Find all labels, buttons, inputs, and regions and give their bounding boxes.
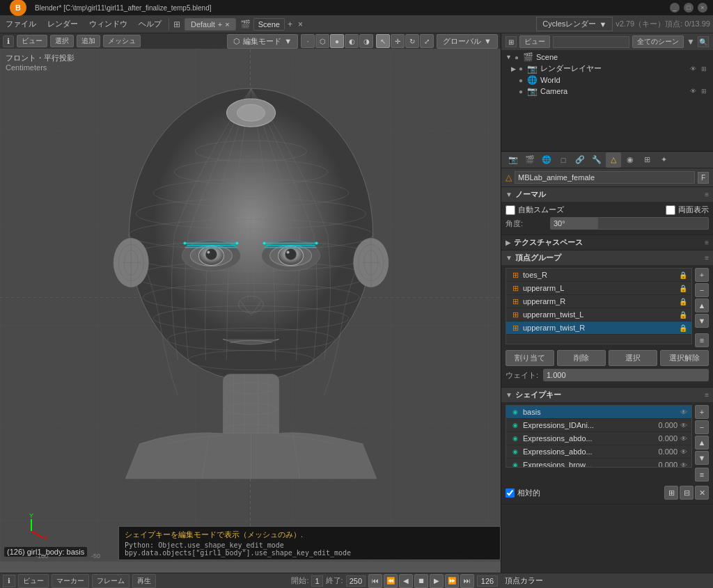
shape-tool-2[interactable]: ⊟ [680,486,694,500]
shape-up-btn[interactable]: ▲ [695,436,709,450]
texture-space-header[interactable]: ▶ テクスチャスペース ≡ [501,235,713,250]
outliner-dropdown-icon[interactable]: ▼ [687,37,695,47]
vgroup-delete-btn[interactable]: 削除 [557,350,606,366]
shape-extra-btn[interactable]: ≡ [695,468,709,482]
scene-selector[interactable]: Scene [253,18,285,31]
outliner-item-renderlayer[interactable]: ▶ ● 📷 レンダーレイヤー 👁 ⊞ [503,63,712,74]
normal-section-menu[interactable]: ≡ [705,191,709,198]
menu-item-window[interactable]: ウィンドウ [84,17,133,31]
viewport-select-btn[interactable]: 選択 [50,35,74,47]
shape-item-2[interactable]: ◉ Expressions_abdo... 0.000 👁 [506,432,691,445]
auto-smooth-checkbox[interactable] [506,205,515,215]
vgroup-remove-btn[interactable]: − [695,283,709,297]
vgroup-up-btn[interactable]: ▲ [695,299,709,312]
vgroup-select-btn[interactable]: 選択 [609,350,657,366]
timeline-marker-btn[interactable]: マーカー [52,574,89,588]
rotate-tool[interactable]: ↻ [405,34,419,48]
material-shading-btn[interactable]: ◐ [345,34,359,48]
shapekeys-menu[interactable]: ≡ [705,391,709,399]
shape-add-btn[interactable]: + [695,405,709,419]
shape-tool-3[interactable]: ✕ [695,486,709,500]
play-btn[interactable]: ▶ [430,574,444,588]
shape-eye-1[interactable]: 👁 [680,422,687,429]
vertex-group-list[interactable]: ⊞ toes_R 🔒 ⊞ upperarm_L 🔒 ⊞ [506,268,692,344]
play-start-btn[interactable]: ⏮ [368,574,382,588]
play-end-btn[interactable]: ⏭ [460,574,474,588]
viewport-mesh-btn[interactable]: メッシュ [103,35,141,47]
play-reverse-btn[interactable]: ◀ [399,574,413,588]
timeline-frame-btn[interactable]: フレーム [92,574,130,588]
shape-item-4[interactable]: ◉ Expressions_brow... 0.000 👁 [506,459,691,468]
outliner-search-input[interactable] [553,36,629,48]
render-shading-btn[interactable]: ◑ [359,34,373,48]
angle-slider[interactable]: 30° [550,217,709,230]
prop-data-icon[interactable]: △ [606,152,621,168]
outliner-item-camera[interactable]: ▶ ● 📷 Camera 👁 ⊞ [503,86,712,97]
wire-shading-btn[interactable]: ⬡ [315,34,329,48]
shape-key-list[interactable]: ◉ basis 👁 ◉ Expressions_IDAni... 0.000 👁 [506,405,692,468]
prop-scene-icon[interactable]: 🎬 [522,152,538,168]
two-side-checkbox[interactable] [666,205,675,215]
viewport[interactable]: ℹ ビュー 選択 追加 メッシュ ⬡ 編集モード ▼ · ⬡ ● ◐ ◑ ↖ [0,33,501,588]
start-frame-input[interactable]: 1 [311,575,322,587]
current-frame-input[interactable]: 126 [477,575,498,587]
renderlayer-vis-icon[interactable]: 👁 [688,64,698,74]
object-name-f-btn[interactable]: F [698,172,709,184]
camera-vis-icon[interactable]: 👁 [688,86,698,96]
texspace-menu[interactable]: ≡ [705,239,709,246]
vgroup-add-btn[interactable]: + [695,268,709,282]
vgroup-lock-3[interactable]: 🔒 [679,311,687,319]
outliner-search-btn[interactable]: 🔍 [698,36,709,47]
vgroup-lock-2[interactable]: 🔒 [679,298,687,305]
shape-eye-2[interactable]: 👁 [680,435,687,443]
menu-item-help[interactable]: ヘルプ [133,17,167,31]
close-button[interactable]: × [698,3,707,13]
outliner-all-scenes-btn[interactable]: 全てのシーン [632,35,684,48]
prop-modifier-icon[interactable]: 🔧 [589,152,604,168]
vertex-groups-header[interactable]: ▼ 頂点グループ ≡ [501,251,713,265]
shape-keys-header[interactable]: ▼ シェイプキー ≡ [501,388,713,402]
viewport-btn-info[interactable]: ℹ [3,35,14,47]
step-back-btn[interactable]: ⏪ [384,574,398,588]
vgroup-item-toes_r[interactable]: ⊞ toes_R 🔒 [506,269,691,282]
maximize-button[interactable]: □ [684,3,694,13]
cursor-tool[interactable]: ↖ [376,34,390,48]
shape-item-basis[interactable]: ◉ basis 👁 [506,406,691,419]
point-shading-btn[interactable]: · [301,34,315,48]
timeline-info-icon[interactable]: ℹ [3,575,15,587]
prop-particles-icon[interactable]: ✦ [656,152,671,168]
vgroup-item-upperarm_r[interactable]: ⊞ upperarm_R 🔒 [506,295,691,308]
shape-down-btn[interactable]: ▼ [695,451,709,465]
outliner-item-world[interactable]: ▶ ● 🌐 World [503,74,712,86]
shape-item-1[interactable]: ◉ Expressions_IDAni... 0.000 👁 [506,419,691,432]
vgroup-extra-btn[interactable]: ≡ [695,333,709,347]
workspace-tab-default[interactable]: Default + × [185,18,236,31]
object-name-input[interactable] [515,171,695,184]
vgroup-assign-btn[interactable]: 割り当て [506,350,554,366]
shape-item-3[interactable]: ◉ Expressions_abdo... 0.000 👁 [506,445,691,459]
prop-constraints-icon[interactable]: 🔗 [572,152,588,168]
viewport-add-btn[interactable]: 追加 [77,35,100,47]
vgroup-lock-1[interactable]: 🔒 [679,285,687,292]
shape-eye-4[interactable]: 👁 [680,461,687,468]
stop-btn[interactable]: ⏹ [414,574,428,588]
vgroup-down-btn[interactable]: ▼ [695,314,709,328]
vgroup-item-upperarm_twist_r[interactable]: ⊞ upperarm_twist_R 🔒 [506,321,691,335]
step-fwd-btn[interactable]: ⏩ [445,574,459,588]
scale-tool[interactable]: ⤢ [420,34,434,48]
timeline-playback-btn[interactable]: 再生 [132,574,156,588]
renderlayer-extra-icon[interactable]: ⊞ [699,64,709,74]
prop-texture-icon[interactable]: ⊞ [639,152,655,168]
shape-tool-1[interactable]: ⊞ [664,486,678,500]
viewport-view-btn[interactable]: ビュー [17,35,47,47]
title-bar-controls[interactable]: _ □ × [670,3,707,13]
end-frame-input[interactable]: 250 [346,575,366,587]
vgroup-lock-0[interactable]: 🔒 [679,271,687,279]
transform-space-selector[interactable]: グローバル ▼ [437,34,498,49]
timeline-view-btn[interactable]: ビュー [18,574,49,588]
solid-shading-btn[interactable]: ● [330,34,344,48]
shape-remove-btn[interactable]: − [695,420,709,434]
weight-slider[interactable]: 1.000 [543,369,709,381]
shape-eye-0[interactable]: 👁 [680,408,687,416]
menu-item-render[interactable]: レンダー [42,17,84,31]
